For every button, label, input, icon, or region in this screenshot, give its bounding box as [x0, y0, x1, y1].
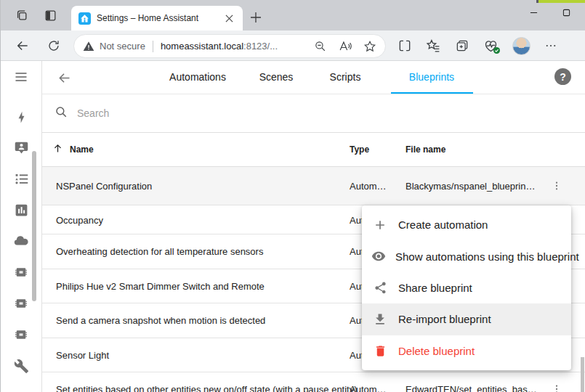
vertical-tabs-icon[interactable]	[41, 7, 59, 24]
split-screen-icon[interactable]	[398, 38, 412, 53]
table-row[interactable]: NSPanel Configuration Autom… Blackymas/n…	[42, 167, 585, 205]
row-file: Blackymas/nspanel_blueprin…	[406, 181, 535, 192]
row-name: Overheating detection for all temperatur…	[56, 246, 263, 257]
row-name: Set entities based on other entities new…	[56, 384, 358, 392]
active-tab-underline	[391, 92, 473, 94]
content-scrollbar[interactable]	[581, 357, 584, 392]
search-icon	[55, 105, 68, 121]
collections-icon[interactable]	[455, 38, 469, 53]
new-tab-icon[interactable]	[248, 9, 264, 25]
menu-item-share-blueprint[interactable]: Share blueprint	[362, 272, 571, 303]
browser-toolbar: Not secure homeassistant.local:8123/...	[1, 30, 585, 61]
url-separator	[153, 41, 153, 52]
column-header-file[interactable]: File name	[406, 144, 445, 155]
row-name: Philips Hue v2 Smart Dimmer Switch and R…	[56, 280, 265, 291]
not-secure-label[interactable]: Not secure	[100, 41, 145, 52]
help-icon[interactable]: ?	[554, 68, 571, 85]
browser-tab-settings-home-assistant[interactable]: Settings – Home Assistant	[71, 6, 243, 30]
address-bar[interactable]: Not secure homeassistant.local:8123/...	[73, 34, 386, 58]
blueprint-context-menu: Create automation Show automations using…	[362, 205, 571, 370]
menu-item-label: Delete blueprint	[398, 345, 475, 357]
menu-item-label: Create automation	[398, 219, 488, 231]
not-secure-icon	[83, 41, 94, 52]
back-icon[interactable]	[12, 35, 33, 57]
profile-avatar[interactable]	[512, 37, 530, 55]
browser-essentials-icon[interactable]	[483, 38, 499, 54]
menu-item-label: Share blueprint	[398, 282, 472, 294]
row-file: EdwardTEN/set_entities_bas…	[406, 384, 537, 392]
browser-window: Settings – Home Assistant	[0, 0, 585, 392]
plus-icon	[371, 218, 389, 232]
row-name: Send a camera snapshot when motion is de…	[56, 315, 265, 326]
ha-back-icon[interactable]	[55, 69, 73, 86]
browser-tab-strip: Settings – Home Assistant	[1, 0, 585, 30]
row-type: Autom…	[350, 384, 387, 392]
table-header: Name Type File name	[42, 133, 585, 167]
row-name: NSPanel Configuration	[56, 181, 152, 192]
row-name: Occupancy	[56, 214, 103, 225]
sidebar-menu-icon[interactable]	[1, 66, 41, 88]
table-row[interactable]: Set entities based on other entities new…	[42, 372, 585, 392]
menu-item-delete-blueprint[interactable]: Delete blueprint	[362, 335, 571, 367]
row-overflow-menu-icon[interactable]	[550, 179, 563, 192]
search-input[interactable]: Search	[42, 94, 585, 133]
row-type: Autom…	[350, 181, 387, 192]
favorite-star-icon[interactable]	[363, 40, 376, 53]
sidebar-tools-icon[interactable]	[1, 355, 41, 377]
refresh-icon[interactable]	[43, 35, 65, 57]
settings-more-icon[interactable]	[544, 39, 557, 52]
sort-ascending-icon[interactable]	[52, 143, 63, 156]
search-placeholder: Search	[77, 107, 109, 119]
trash-icon	[371, 344, 389, 358]
column-header-name[interactable]: Name	[70, 144, 94, 155]
tab-scripts[interactable]: Scripts	[330, 71, 361, 83]
tab-activity-icon[interactable]	[13, 7, 31, 24]
column-header-type[interactable]: Type	[350, 144, 369, 155]
share-icon	[371, 281, 389, 295]
zoom-out-icon[interactable]	[314, 40, 326, 52]
row-name: Sensor Light	[56, 349, 109, 360]
tab-title: Settings – Home Assistant	[97, 13, 222, 23]
tab-scenes[interactable]: Scenes	[259, 71, 294, 83]
read-aloud-icon[interactable]	[338, 39, 352, 53]
url-suffix: :8123/...	[243, 41, 278, 52]
download-icon	[371, 312, 389, 327]
row-overflow-menu-icon[interactable]	[550, 383, 563, 392]
sidebar-hardware-icon-3[interactable]	[1, 324, 41, 346]
sidebar-energy-icon[interactable]	[1, 106, 41, 128]
ha-sidebar	[1, 61, 42, 392]
background-window-sliver-green	[538, 0, 585, 3]
favorites-hub-icon[interactable]	[426, 38, 441, 54]
menu-item-label: Show automations using this blueprint	[395, 250, 579, 263]
eye-icon	[371, 249, 386, 264]
home-assistant-app: Automations Scenes Scripts Blueprints ? …	[1, 61, 585, 392]
sidebar-scrollbar[interactable]	[32, 151, 36, 301]
url-host[interactable]: homeassistant.local	[161, 41, 243, 52]
menu-item-reimport-blueprint[interactable]: Re-import blueprint	[362, 303, 571, 335]
window-minimize-icon[interactable]	[523, 3, 544, 22]
home-assistant-favicon	[78, 12, 91, 25]
menu-item-label: Re-import blueprint	[398, 313, 491, 325]
menu-item-create-automation[interactable]: Create automation	[362, 209, 571, 240]
tab-automations[interactable]: Automations	[169, 71, 226, 83]
menu-item-show-automations[interactable]: Show automations using this blueprint	[362, 240, 571, 271]
tab-close-icon[interactable]	[222, 12, 235, 25]
tab-blueprints[interactable]: Blueprints	[409, 71, 454, 83]
window-maximize-icon[interactable]	[555, 3, 577, 22]
ha-header: Automations Scenes Scripts Blueprints ?	[42, 61, 585, 94]
